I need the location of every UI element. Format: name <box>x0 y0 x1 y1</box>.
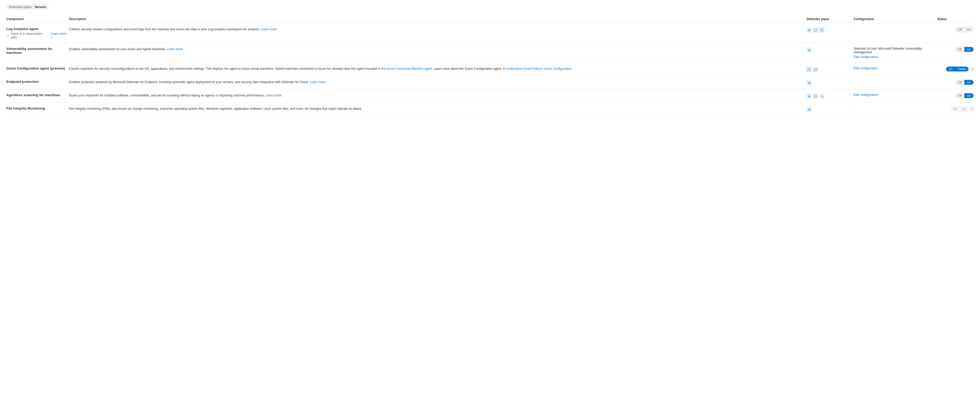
status-toggle[interactable]: Off On <box>955 93 974 98</box>
description-text: Enables protection powered by Microsoft … <box>69 80 310 84</box>
monitor-icon: 🖥 <box>807 27 812 33</box>
table-row: Endpoint protection Enables protection p… <box>6 76 974 89</box>
description-cell: Checks machines for security misconfigur… <box>69 66 807 71</box>
edit-configuration-link[interactable]: Edit configuration <box>854 66 878 70</box>
info-icon[interactable]: ⓘ <box>970 107 974 111</box>
config-dash: - <box>854 80 855 83</box>
icons-cell: 🖥 <box>807 47 854 53</box>
component-name: Guest Configuration agent (preview) <box>6 66 69 70</box>
breadcrumb-parent: Defenders plans <box>9 5 32 9</box>
toggle-off[interactable]: Off <box>955 93 964 98</box>
learn-more-link[interactable]: Learn more <box>265 94 281 97</box>
azure-connected-machine-link[interactable]: the Azure Connected Machine agent <box>381 67 432 70</box>
edit-configuration-link[interactable]: Edit configuration <box>854 55 878 59</box>
col-configuration: Configuration <box>854 17 937 21</box>
learn-more-link[interactable]: Learn more <box>167 47 183 51</box>
status-toggle[interactable]: Off On <box>955 80 974 85</box>
col-defender-plans: Defender plans <box>807 17 854 21</box>
col-component: Component <box>6 17 69 21</box>
component-cell: Agentless scanning for machines <box>6 93 69 97</box>
server-icon: 🖥 <box>807 80 812 85</box>
config-cell: Selected VA tool: Microsoft Defender vul… <box>854 47 937 59</box>
learn-more-link[interactable]: Learn more <box>310 80 326 84</box>
component-name: Endpoint protection <box>6 80 69 84</box>
table-row: Log Analytics agent ⚠ Agent is in deprec… <box>6 23 974 43</box>
toggle-on[interactable]: On <box>964 27 974 32</box>
description-text: File integrity monitoring (FIM), also kn… <box>69 107 362 110</box>
breadcrumb-separator: : <box>33 5 33 9</box>
icons-cell: 🖥 💬 🔍 <box>807 93 854 99</box>
description-cell: Enables vulnerability assessment on your… <box>69 47 807 51</box>
icons-cell: 🛡 💬 <box>807 66 854 72</box>
description-text: Collects security-related configurations… <box>69 27 261 31</box>
status-cell: On Partial ⓘ <box>937 66 974 72</box>
table-row: Agentless scanning for machines Scans yo… <box>6 89 974 103</box>
monitor-icon: 🖥 <box>807 94 812 99</box>
config-dash: - <box>854 27 855 30</box>
chat-icon: 💬 <box>813 94 818 99</box>
config-label: Selected VA tool: Microsoft Defender vul… <box>854 47 937 54</box>
component-name: Agentless scanning for machines <box>6 93 69 97</box>
col-status: Status <box>937 17 974 21</box>
icons-cell: 🖥 <box>807 106 854 112</box>
toggle-on[interactable]: On <box>964 80 974 85</box>
server-icon: 🖥 <box>807 107 812 112</box>
table-header: Component Description Defender plans Con… <box>6 15 974 23</box>
config-cell: Edit configuration <box>854 66 937 70</box>
description-text: Checks machines for security misconfigur… <box>69 67 381 70</box>
table-row: File Integrity Monitoring File integrity… <box>6 103 974 116</box>
description-end: . <box>571 67 573 70</box>
toggle-off[interactable]: Off <box>955 47 964 52</box>
config-dash: - <box>854 106 855 110</box>
shield-icon: 🛡 <box>819 27 824 33</box>
toggle-off[interactable]: Off <box>950 107 959 111</box>
description-text: Enables vulnerability assessment on your… <box>69 47 167 51</box>
status-toggle[interactable]: Off On <box>955 27 974 32</box>
status-cell: Off On <box>937 80 974 85</box>
toggle-on[interactable]: On <box>964 93 974 98</box>
info-icon[interactable]: ⓘ <box>970 67 974 71</box>
description-mid: . Learn more about the Guest Configurati… <box>432 67 506 70</box>
config-cell: Edit configuration <box>854 93 937 97</box>
description-cell: Collects security-related configurations… <box>69 27 807 32</box>
status-cell: Off On <box>937 47 974 52</box>
status-toggle[interactable]: Off On <box>950 106 969 112</box>
warning-icon: ⚠ <box>6 34 10 38</box>
icons-cell: 🖥 <box>807 80 854 85</box>
icons-cell: 🖥 💬 🛡 <box>807 27 854 33</box>
table-row: Vulnerability assessment for machines En… <box>6 43 974 63</box>
toggle-on[interactable]: On <box>959 107 969 111</box>
deprecation-text: Agent is in deprecation path. <box>11 32 49 39</box>
component-cell: Log Analytics agent ⚠ Agent is in deprec… <box>6 27 69 39</box>
config-cell: - <box>854 27 937 30</box>
description-cell: Scans your machines for installed softwa… <box>69 93 807 98</box>
edit-configuration-link[interactable]: Edit configuration <box>854 93 878 97</box>
deprecation-learn-more-link[interactable]: Learn more » <box>51 32 69 39</box>
breadcrumb-current: Servers <box>35 5 46 9</box>
component-name: Log Analytics agent <box>6 27 69 31</box>
component-cell: Guest Configuration agent (preview) <box>6 66 69 70</box>
toggle-off[interactable]: Off <box>955 80 964 85</box>
guest-config-policy-link[interactable]: Understand Azure Policy's Guest Configur… <box>506 67 571 70</box>
toggle-partial[interactable]: Partial <box>955 67 969 71</box>
component-cell: File Integrity Monitoring <box>6 106 69 110</box>
chat-icon: 💬 <box>813 27 818 33</box>
description-text: Scans your machines for installed softwa… <box>69 94 265 97</box>
component-cell: Vulnerability assessment for machines <box>6 47 69 54</box>
status-toggle[interactable]: Off On <box>955 47 974 52</box>
server-icon: 🖥 <box>807 47 812 53</box>
status-toggle[interactable]: On Partial <box>946 66 969 72</box>
learn-more-link[interactable]: Learn more <box>261 27 277 31</box>
status-cell: Off On <box>937 93 974 98</box>
component-name: Vulnerability assessment for machines <box>6 47 69 54</box>
table-row: Guest Configuration agent (preview) Chec… <box>6 63 974 76</box>
description-cell: File integrity monitoring (FIM), also kn… <box>69 106 807 111</box>
toggle-on-left[interactable]: On <box>946 67 955 71</box>
component-cell: Endpoint protection <box>6 80 69 84</box>
shield-icon: 🛡 <box>807 67 812 72</box>
toggle-off[interactable]: Off <box>955 27 964 32</box>
colorful-icon: 🔍 <box>819 94 824 99</box>
toggle-on[interactable]: On <box>964 47 974 52</box>
breadcrumb: Defenders plans : Servers <box>6 4 49 10</box>
config-cell: - <box>854 80 937 83</box>
